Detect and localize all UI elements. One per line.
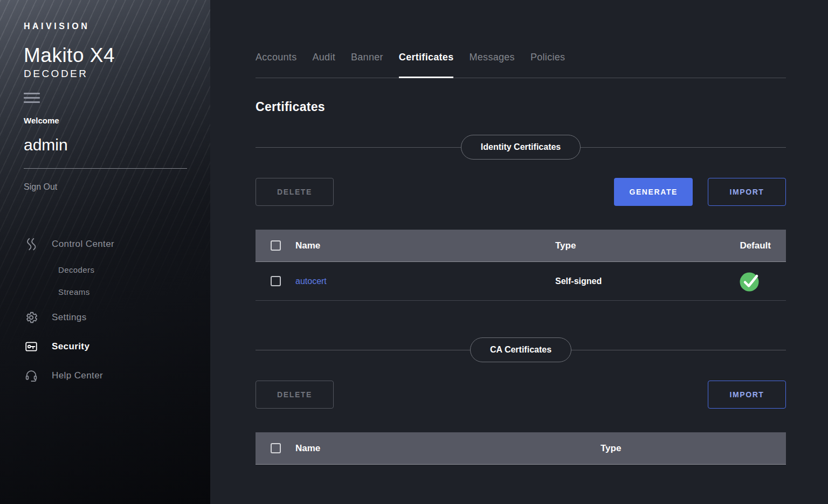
sidebar-item-label: Settings xyxy=(52,312,87,323)
divider-line xyxy=(581,147,786,148)
column-header-default: Default xyxy=(740,240,771,251)
tab-banner[interactable]: Banner xyxy=(351,52,383,78)
welcome-label: Welcome xyxy=(24,116,210,125)
select-all-checkbox[interactable] xyxy=(271,443,281,453)
security-icon xyxy=(24,339,39,354)
tab-certificates[interactable]: Certificates xyxy=(399,52,454,78)
identity-certificates-table: Name Type Default autocert Self-signed xyxy=(256,230,786,301)
identity-delete-button[interactable]: DELETE xyxy=(256,178,334,206)
identity-import-button[interactable]: IMPORT xyxy=(708,178,786,206)
row-checkbox[interactable] xyxy=(271,276,281,286)
product-name: Makito X4 xyxy=(24,44,210,67)
ca-table-header: Name Type xyxy=(256,432,786,465)
tab-audit[interactable]: Audit xyxy=(312,52,335,78)
product-line: DECODER xyxy=(24,68,210,80)
column-header-type: Type xyxy=(601,443,771,454)
divider-line xyxy=(571,350,786,350)
column-header-name: Name xyxy=(295,240,555,251)
identity-generate-button[interactable]: GENERATE xyxy=(614,178,693,206)
sidebar-item-label: Help Center xyxy=(52,370,103,381)
username: admin xyxy=(24,136,210,154)
menu-icon[interactable] xyxy=(24,93,40,103)
column-header-type: Type xyxy=(555,240,690,251)
table-row: autocert Self-signed xyxy=(256,262,786,301)
sidebar-item-label: Security xyxy=(52,341,89,352)
sidebar-item-control-center[interactable]: Control Center xyxy=(24,230,210,259)
divider-line xyxy=(256,350,470,350)
tab-accounts[interactable]: Accounts xyxy=(256,52,296,78)
ca-toolbar: DELETE IMPORT xyxy=(256,381,786,409)
gear-icon xyxy=(24,310,39,325)
certificate-type: Self-signed xyxy=(555,277,690,286)
haivision-logo: HAIVISION xyxy=(24,22,210,31)
sidebar-nav: Control Center Decoders Streams Settings… xyxy=(24,230,210,390)
sidebar-item-help-center[interactable]: Help Center xyxy=(24,361,210,390)
sidebar-item-decoders[interactable]: Decoders xyxy=(24,259,94,281)
select-all-checkbox[interactable] xyxy=(271,240,281,251)
main-content: Accounts Audit Banner Certificates Messa… xyxy=(210,0,828,504)
divider-line xyxy=(256,147,461,148)
ca-certificates-pill: CA Certificates xyxy=(470,337,571,362)
headset-icon xyxy=(24,368,39,383)
identity-certificates-section-header: Identity Certificates xyxy=(256,135,786,160)
sidebar-item-settings[interactable]: Settings xyxy=(24,303,210,332)
ca-delete-button[interactable]: DELETE xyxy=(256,381,334,409)
ca-import-button[interactable]: IMPORT xyxy=(708,381,786,409)
page-title: Certificates xyxy=(256,100,786,114)
control-center-icon xyxy=(24,237,39,252)
sidebar-item-security[interactable]: Security xyxy=(24,332,210,361)
identity-table-header: Name Type Default xyxy=(256,230,786,262)
identity-certificates-pill: Identity Certificates xyxy=(461,135,581,160)
sidebar-item-label: Control Center xyxy=(52,239,114,250)
default-check-icon[interactable] xyxy=(739,271,760,292)
tab-policies[interactable]: Policies xyxy=(530,52,565,78)
sidebar-divider xyxy=(24,168,187,169)
ca-certificates-table: Name Type xyxy=(256,432,786,465)
identity-toolbar: DELETE GENERATE IMPORT xyxy=(256,178,786,206)
sidebar-item-streams[interactable]: Streams xyxy=(24,281,90,303)
settings-tabbar: Accounts Audit Banner Certificates Messa… xyxy=(256,52,786,78)
sign-out-link[interactable]: Sign Out xyxy=(24,182,57,192)
tab-messages[interactable]: Messages xyxy=(469,52,514,78)
ca-certificates-section-header: CA Certificates xyxy=(256,337,786,362)
sidebar: HAIVISION Makito X4 DECODER Welcome admi… xyxy=(0,0,210,504)
column-header-name: Name xyxy=(295,443,601,454)
certificate-name-link[interactable]: autocert xyxy=(295,277,327,286)
